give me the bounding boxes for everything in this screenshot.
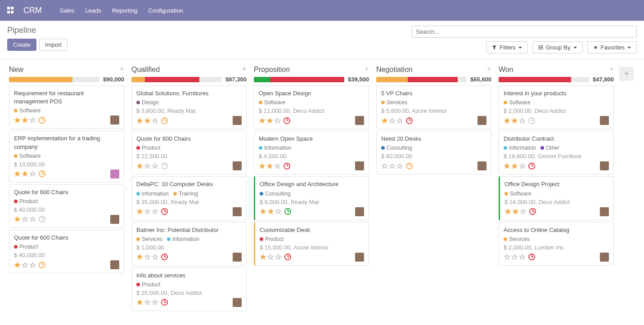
- column-add-icon[interactable]: +: [364, 65, 369, 74]
- star-icon[interactable]: [260, 208, 266, 215]
- star-icon[interactable]: [275, 254, 282, 260]
- activity-clock-icon[interactable]: [284, 254, 291, 260]
- kanban-card[interactable]: Office Design ProjectSoftware$ 24,000.00…: [499, 176, 614, 220]
- activity-clock-icon[interactable]: [161, 299, 168, 306]
- avatar[interactable]: [355, 161, 364, 170]
- kanban-card[interactable]: Interest in your productsSoftware$ 2,000…: [499, 85, 614, 129]
- card-priority-stars[interactable]: [504, 254, 535, 260]
- star-icon[interactable]: [136, 208, 143, 215]
- star-icon[interactable]: [152, 299, 158, 306]
- activity-clock-icon[interactable]: [406, 163, 413, 169]
- card-priority-stars[interactable]: [136, 117, 168, 124]
- avatar[interactable]: [477, 116, 486, 125]
- filters-button[interactable]: Filters: [486, 41, 527, 53]
- activity-clock-icon[interactable]: [39, 216, 45, 223]
- activity-clock-icon[interactable]: [39, 170, 45, 177]
- star-icon[interactable]: [22, 117, 28, 124]
- kanban-card[interactable]: Customizable DeskProduct$ 15,000.00, Azu…: [254, 222, 369, 266]
- star-icon[interactable]: [504, 117, 510, 124]
- star-icon[interactable]: [519, 254, 526, 260]
- create-button[interactable]: Create: [7, 39, 36, 51]
- star-icon[interactable]: [512, 208, 519, 215]
- star-icon[interactable]: [396, 163, 403, 169]
- star-icon[interactable]: [152, 163, 158, 169]
- kanban-card[interactable]: 5 VP ChairsServices$ 5,600.00, Azure Int…: [376, 85, 491, 129]
- kanban-card[interactable]: Office Design and ArchitectureConsulting…: [254, 176, 369, 220]
- activity-clock-icon[interactable]: [529, 208, 536, 215]
- star-icon[interactable]: [29, 117, 36, 124]
- avatar[interactable]: [110, 260, 119, 269]
- star-icon[interactable]: [389, 163, 396, 169]
- star-icon[interactable]: [381, 117, 388, 124]
- favorites-button[interactable]: Favorites: [587, 41, 637, 53]
- star-icon[interactable]: [152, 117, 158, 124]
- kanban-card[interactable]: Modern Open SpaceInformation$ 4,500.00: [254, 131, 369, 174]
- app-brand[interactable]: CRM: [23, 6, 42, 15]
- kanban-card[interactable]: DeltaPC: 10 Computer DesksInformationTra…: [131, 176, 247, 220]
- card-priority-stars[interactable]: [504, 117, 535, 124]
- kanban-card[interactable]: Open Space DesignSoftware$ 11,000.00, De…: [254, 85, 369, 129]
- star-icon[interactable]: [14, 216, 21, 223]
- star-icon[interactable]: [144, 163, 151, 169]
- card-priority-stars[interactable]: [259, 163, 290, 169]
- column-progress-bar[interactable]: [499, 77, 589, 82]
- avatar[interactable]: [600, 116, 609, 125]
- star-icon[interactable]: [29, 216, 36, 223]
- star-icon[interactable]: [14, 117, 21, 124]
- activity-clock-icon[interactable]: [528, 254, 535, 260]
- star-icon[interactable]: [22, 170, 28, 177]
- card-priority-stars[interactable]: [260, 254, 291, 260]
- add-column-button[interactable]: +: [619, 67, 634, 81]
- column-add-icon[interactable]: +: [119, 65, 124, 74]
- card-priority-stars[interactable]: [504, 208, 536, 215]
- avatar[interactable]: [355, 253, 364, 262]
- card-priority-stars[interactable]: [14, 170, 45, 177]
- star-icon[interactable]: [29, 170, 36, 177]
- nav-reporting[interactable]: Reporting: [112, 7, 137, 14]
- star-icon[interactable]: [22, 216, 28, 223]
- kanban-card[interactable]: Global Solutions: FurnituresDesign$ 3,80…: [131, 85, 247, 129]
- star-icon[interactable]: [22, 262, 28, 268]
- star-icon[interactable]: [274, 163, 281, 169]
- star-icon[interactable]: [260, 254, 266, 260]
- star-icon[interactable]: [511, 254, 518, 260]
- star-icon[interactable]: [381, 163, 388, 169]
- kanban-card[interactable]: Quote for 600 ChairsProduct$ 40,000.00: [9, 230, 124, 273]
- star-icon[interactable]: [519, 163, 526, 169]
- activity-clock-icon[interactable]: [406, 117, 413, 124]
- star-icon[interactable]: [504, 163, 510, 169]
- card-priority-stars[interactable]: [136, 208, 168, 215]
- activity-clock-icon[interactable]: [161, 117, 168, 124]
- star-icon[interactable]: [511, 163, 518, 169]
- card-priority-stars[interactable]: [14, 262, 45, 268]
- star-icon[interactable]: [511, 117, 518, 124]
- column-progress-bar[interactable]: [131, 77, 222, 82]
- avatar[interactable]: [600, 207, 609, 216]
- kanban-card[interactable]: Quote for 600 ChairsProduct$ 40,000.00: [9, 184, 124, 228]
- import-button[interactable]: Import: [39, 39, 68, 51]
- column-progress-bar[interactable]: [376, 77, 467, 82]
- activity-clock-icon[interactable]: [39, 262, 45, 268]
- activity-clock-icon[interactable]: [161, 208, 168, 215]
- avatar[interactable]: [233, 253, 242, 262]
- avatar[interactable]: [233, 298, 242, 307]
- star-icon[interactable]: [266, 163, 273, 169]
- star-icon[interactable]: [14, 170, 21, 177]
- activity-clock-icon[interactable]: [528, 163, 535, 169]
- star-icon[interactable]: [14, 262, 21, 268]
- kanban-card[interactable]: Balmer Inc: Potential DistributorService…: [131, 222, 247, 266]
- avatar[interactable]: [110, 169, 119, 178]
- star-icon[interactable]: [259, 117, 266, 124]
- card-priority-stars[interactable]: [136, 163, 168, 169]
- card-priority-stars[interactable]: [14, 216, 45, 223]
- kanban-card[interactable]: ERP implementation for a trading company…: [9, 130, 124, 182]
- avatar[interactable]: [110, 215, 119, 224]
- column-progress-bar[interactable]: [254, 77, 344, 82]
- avatar[interactable]: [477, 161, 486, 170]
- star-icon[interactable]: [136, 117, 143, 124]
- card-priority-stars[interactable]: [504, 163, 535, 169]
- avatar[interactable]: [233, 207, 242, 216]
- star-icon[interactable]: [504, 208, 511, 215]
- star-icon[interactable]: [136, 299, 143, 306]
- kanban-card[interactable]: Requirement for restaurant management PO…: [9, 85, 124, 129]
